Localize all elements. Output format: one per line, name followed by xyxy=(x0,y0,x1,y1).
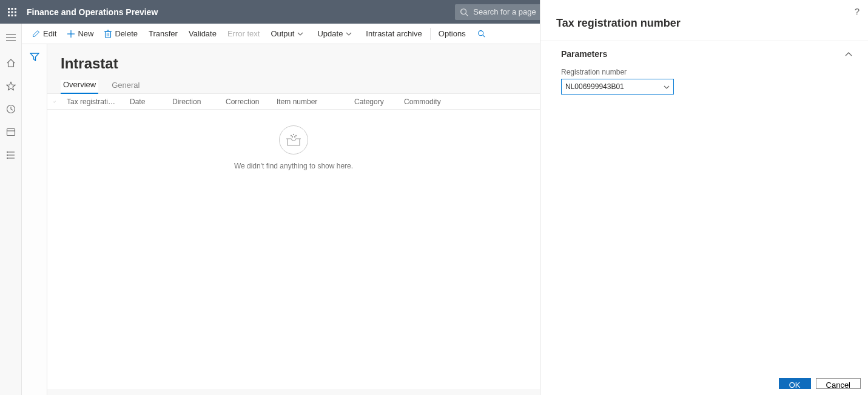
col-commodity[interactable]: Commodity xyxy=(404,98,477,106)
col-category[interactable]: Category xyxy=(354,98,404,106)
col-correction[interactable]: Correction xyxy=(226,98,277,106)
modules-icon[interactable] xyxy=(5,150,16,161)
empty-state: We didn't find anything to show here. xyxy=(47,110,540,389)
empty-text: We didn't find anything to show here. xyxy=(234,162,353,170)
svg-point-21 xyxy=(7,155,7,156)
svg-rect-8 xyxy=(15,15,16,16)
svg-point-33 xyxy=(293,134,294,134)
svg-rect-6 xyxy=(8,15,10,16)
registration-number-combo[interactable]: NL006999943B01 xyxy=(561,79,674,95)
grid-header: Tax registration num... Date Direction C… xyxy=(47,94,540,110)
transfer-button[interactable]: Transfer xyxy=(143,24,183,44)
svg-point-35 xyxy=(292,136,292,137)
svg-rect-1 xyxy=(12,8,13,10)
intrastat-archive-button[interactable]: Intrastat archive xyxy=(360,24,428,44)
panel-footer: OK Cancel xyxy=(540,378,868,395)
svg-rect-0 xyxy=(8,8,10,10)
field-registration-number: Registration number NL006999943B01 xyxy=(540,62,868,95)
col-date[interactable]: Date xyxy=(130,98,172,106)
svg-line-10 xyxy=(466,13,468,16)
svg-point-22 xyxy=(7,158,7,159)
col-direction[interactable]: Direction xyxy=(172,98,226,106)
edit-button[interactable]: Edit xyxy=(27,24,62,44)
search-placeholder: Search for a page xyxy=(473,7,536,16)
workspaces-icon[interactable] xyxy=(5,127,16,138)
svg-point-32 xyxy=(291,135,291,136)
svg-line-31 xyxy=(483,35,485,37)
filter-icon[interactable] xyxy=(30,53,39,395)
separator xyxy=(430,28,431,40)
check-icon xyxy=(53,99,56,105)
help-icon[interactable]: ? xyxy=(855,6,860,16)
error-text-button: Error text xyxy=(222,24,265,44)
select-all-checkbox[interactable] xyxy=(53,99,67,105)
svg-point-30 xyxy=(478,31,483,36)
chevron-down-icon xyxy=(664,82,670,91)
cancel-button[interactable]: Cancel xyxy=(816,378,861,389)
app-title: Finance and Operations Preview xyxy=(27,7,158,17)
chevron-down-icon xyxy=(297,32,303,36)
delete-button[interactable]: Delete xyxy=(99,24,143,44)
home-icon[interactable] xyxy=(5,58,16,68)
search-icon xyxy=(460,8,468,16)
trash-icon xyxy=(104,30,112,38)
svg-point-9 xyxy=(461,8,466,14)
section-parameters-toggle[interactable]: Parameters xyxy=(540,41,868,62)
col-tax-registration[interactable]: Tax registration num... xyxy=(67,98,130,106)
svg-rect-2 xyxy=(15,8,16,10)
field-label: Registration number xyxy=(561,68,852,76)
search-icon xyxy=(477,30,485,38)
recent-icon[interactable] xyxy=(5,104,16,115)
update-menu[interactable]: Update xyxy=(312,24,360,44)
section-title: Parameters xyxy=(561,49,607,59)
tabs: Overview General xyxy=(47,76,540,94)
panel-title: Tax registration number xyxy=(540,0,868,41)
svg-rect-15 xyxy=(7,129,15,136)
chevron-up-icon xyxy=(845,48,852,59)
svg-rect-25 xyxy=(106,32,111,38)
svg-point-36 xyxy=(294,136,295,137)
waffle-icon[interactable] xyxy=(0,0,24,24)
page-title: Intrastat xyxy=(47,44,540,76)
chevron-down-icon xyxy=(346,32,352,36)
options-button[interactable]: Options xyxy=(433,24,471,44)
col-item-number[interactable]: Item number xyxy=(277,98,354,106)
new-button[interactable]: New xyxy=(62,24,99,44)
tab-general[interactable]: General xyxy=(112,81,140,93)
svg-point-34 xyxy=(295,135,296,136)
svg-rect-3 xyxy=(8,11,10,13)
main-content: Intrastat Overview General Tax registrat… xyxy=(47,44,540,395)
pencil-icon xyxy=(32,30,40,38)
nav-rail xyxy=(0,24,22,395)
svg-rect-7 xyxy=(12,15,13,16)
tab-overview[interactable]: Overview xyxy=(61,80,98,94)
action-search-button[interactable] xyxy=(471,24,494,44)
empty-box-icon xyxy=(279,125,308,154)
filter-rail xyxy=(22,44,47,395)
hamburger-icon[interactable] xyxy=(5,32,16,43)
star-icon[interactable] xyxy=(5,81,16,91)
output-menu[interactable]: Output xyxy=(265,24,312,44)
combo-value: NL006999943B01 xyxy=(565,82,624,91)
plus-icon xyxy=(67,30,75,38)
svg-rect-4 xyxy=(12,11,13,13)
ok-button[interactable]: OK xyxy=(779,378,811,389)
svg-rect-5 xyxy=(15,11,16,13)
side-panel: ? Tax registration number Parameters Reg… xyxy=(540,0,868,395)
svg-point-20 xyxy=(7,152,7,153)
validate-button[interactable]: Validate xyxy=(183,24,222,44)
